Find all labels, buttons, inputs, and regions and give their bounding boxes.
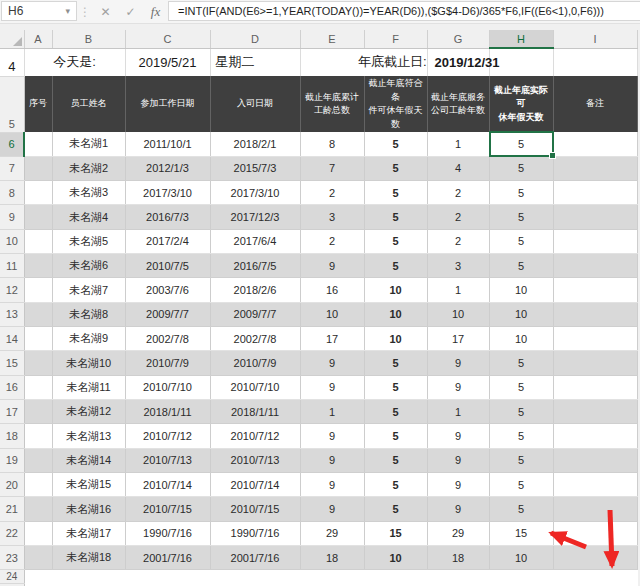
cell-service-years[interactable]: 9 (427, 424, 489, 448)
column-header[interactable]: A (24, 30, 52, 48)
cell-eligible-days[interactable]: 5 (364, 375, 427, 399)
cell-seq[interactable] (24, 521, 52, 545)
name-box-dropdown-icon[interactable]: ▾ (65, 6, 70, 16)
cell-employee-name[interactable]: 未名湖4 (52, 205, 125, 229)
select-all-corner[interactable] (0, 30, 24, 48)
deadline-label-cell[interactable]: 年底截止日: (300, 48, 427, 76)
cell-actual-days[interactable]: 5 (489, 132, 553, 156)
column-header[interactable]: B (52, 30, 125, 48)
cell-employee-name[interactable]: 未名湖9 (52, 327, 125, 351)
cell-employee-name[interactable]: 未名湖5 (52, 229, 125, 253)
cell-employee-name[interactable]: 未名湖2 (52, 156, 125, 180)
today-date-cell[interactable]: 2019/5/21 (125, 48, 210, 76)
cell-service-years[interactable]: 18 (427, 546, 489, 570)
cell-work-start-date[interactable]: 2010/7/9 (125, 351, 210, 375)
cell-service-years[interactable]: 2 (427, 205, 489, 229)
row-header[interactable]: 13 (0, 302, 24, 326)
cell-work-start-date[interactable]: 2017/2/4 (125, 229, 210, 253)
row-header[interactable]: 8 (0, 181, 24, 205)
cell-work-start-date[interactable]: 2010/7/15 (125, 497, 210, 521)
cell-seq[interactable] (24, 278, 52, 302)
cell-service-years[interactable]: 10 (427, 302, 489, 326)
cell-work-start-date[interactable]: 2012/1/3 (125, 156, 210, 180)
cell-service-years[interactable]: 9 (427, 448, 489, 472)
cell-work-start-date[interactable]: 2018/1/11 (125, 400, 210, 424)
cell-seq[interactable] (24, 375, 52, 399)
table-header-cell[interactable]: 序号 (24, 76, 52, 132)
row-header[interactable]: 9 (0, 205, 24, 229)
row-header[interactable]: 17 (0, 400, 24, 424)
row-header[interactable]: 6 (0, 132, 24, 156)
cell-note[interactable] (553, 497, 637, 521)
table-header-cell[interactable]: 备注 (553, 76, 637, 132)
cell-note[interactable] (553, 278, 637, 302)
cell-seniority-years[interactable]: 18 (300, 546, 364, 570)
cell-seq[interactable] (24, 302, 52, 326)
cell-company-start-date[interactable]: 2017/3/10 (210, 181, 300, 205)
cell-employee-name[interactable]: 未名湖3 (52, 181, 125, 205)
cell-actual-days[interactable]: 5 (489, 497, 553, 521)
cell-note[interactable] (553, 205, 637, 229)
row-header[interactable]: 15 (0, 351, 24, 375)
cell-actual-days[interactable]: 5 (489, 400, 553, 424)
cell-service-years[interactable]: 17 (427, 327, 489, 351)
cell-service-years[interactable]: 1 (427, 278, 489, 302)
cell-note[interactable] (553, 546, 637, 570)
cell-seq[interactable] (24, 205, 52, 229)
cell-employee-name[interactable]: 未名湖15 (52, 473, 125, 497)
cell-actual-days[interactable]: 10 (489, 278, 553, 302)
table-header-cell[interactable]: 截止年底实际可 休年假天数 (489, 76, 553, 132)
cell-seq[interactable] (24, 156, 52, 180)
row-header[interactable]: 24 (0, 570, 24, 584)
cell-seniority-years[interactable]: 29 (300, 521, 364, 545)
cell-service-years[interactable]: 29 (427, 521, 489, 545)
cell-eligible-days[interactable]: 5 (364, 181, 427, 205)
row-header[interactable]: 12 (0, 278, 24, 302)
cell-seniority-years[interactable]: 2 (300, 229, 364, 253)
cell-company-start-date[interactable]: 2018/2/1 (210, 132, 300, 156)
column-header[interactable]: G (427, 30, 489, 48)
cell-seniority-years[interactable]: 3 (300, 205, 364, 229)
insert-function-button[interactable]: fx (143, 0, 168, 23)
cell-actual-days[interactable]: 5 (489, 351, 553, 375)
cell-actual-days[interactable]: 5 (489, 473, 553, 497)
cell-service-years[interactable]: 2 (427, 181, 489, 205)
cell-seniority-years[interactable]: 8 (300, 132, 364, 156)
cell-seniority-years[interactable]: 9 (300, 448, 364, 472)
cell-employee-name[interactable]: 未名湖13 (52, 424, 125, 448)
cell-seq[interactable] (24, 351, 52, 375)
cell-seq[interactable] (24, 448, 52, 472)
cell-seq[interactable] (24, 546, 52, 570)
cell-work-start-date[interactable]: 2003/7/6 (125, 278, 210, 302)
cancel-button[interactable]: ✕ (93, 0, 118, 23)
cell-employee-name[interactable]: 未名湖10 (52, 351, 125, 375)
enter-button[interactable]: ✓ (118, 0, 143, 23)
cell-seq[interactable] (24, 132, 52, 156)
cell-note[interactable] (553, 181, 637, 205)
cell-seniority-years[interactable]: 9 (300, 424, 364, 448)
row-header[interactable]: 19 (0, 448, 24, 472)
cell-work-start-date[interactable]: 2010/7/10 (125, 375, 210, 399)
cell-actual-days[interactable]: 5 (489, 448, 553, 472)
cell-note[interactable] (553, 400, 637, 424)
cell-work-start-date[interactable]: 2002/7/8 (125, 327, 210, 351)
cell-work-start-date[interactable]: 2010/7/5 (125, 254, 210, 278)
cell-work-start-date[interactable]: 2017/3/10 (125, 181, 210, 205)
cell-eligible-days[interactable]: 5 (364, 497, 427, 521)
cell-actual-days[interactable]: 10 (489, 546, 553, 570)
cell-eligible-days[interactable]: 10 (364, 546, 427, 570)
cell-eligible-days[interactable]: 10 (364, 278, 427, 302)
cell-work-start-date[interactable]: 2011/10/1 (125, 132, 210, 156)
cell-employee-name[interactable]: 未名湖17 (52, 521, 125, 545)
cell-service-years[interactable]: 4 (427, 156, 489, 180)
row-header[interactable]: 22 (0, 521, 24, 545)
row-header[interactable]: 10 (0, 229, 24, 253)
cell-company-start-date[interactable]: 2010/7/15 (210, 497, 300, 521)
row-header[interactable]: 18 (0, 424, 24, 448)
cell-i4[interactable] (553, 48, 637, 76)
cell-note[interactable] (553, 473, 637, 497)
cell-employee-name[interactable]: 未名湖12 (52, 400, 125, 424)
cell-note[interactable] (553, 424, 637, 448)
cell-seniority-years[interactable]: 9 (300, 473, 364, 497)
cell-eligible-days[interactable]: 5 (364, 424, 427, 448)
